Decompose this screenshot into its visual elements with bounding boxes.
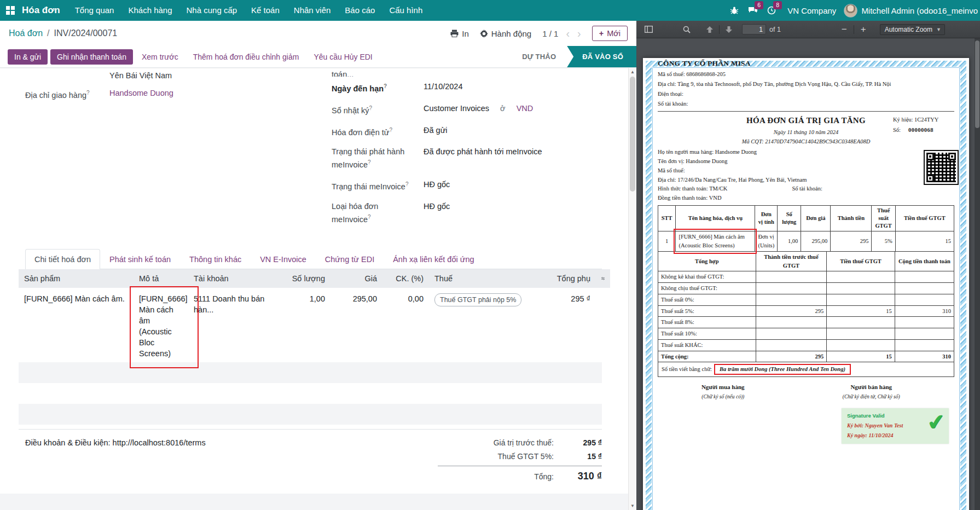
menu-accounting[interactable]: Kế toán — [244, 0, 287, 21]
scrollbar-thumb[interactable] — [630, 77, 635, 192]
tab-counterpart-mapping[interactable]: Ánh xạ liên kết đối ứng — [384, 249, 483, 269]
scroll-up-icon[interactable]: ▲ — [629, 68, 636, 76]
activities-badge: 8 — [773, 1, 782, 9]
line-subtotal: 295 ₫ — [530, 288, 596, 362]
col-product[interactable]: Sản phẩm — [19, 269, 134, 288]
invoice-number-label: Số: — [893, 126, 901, 135]
col-quantity[interactable]: Số lượng — [279, 269, 330, 288]
zoom-level-select[interactable]: Automatic Zoom ▼ — [880, 24, 945, 35]
clipped-field-label: toán... — [332, 70, 628, 77]
menu-vendors[interactable]: Nhà cung cấp — [179, 0, 245, 21]
previous-page-button[interactable] — [702, 22, 717, 37]
meinvoice-publish-status-value: Đã được phát hành tới meInvoice — [424, 146, 542, 170]
delivery-address-value[interactable]: Handsome Duong — [109, 89, 173, 97]
seller-signature-subtitle: (Chữ ký điện tử, Chữ ký số) — [788, 393, 954, 401]
stage-posted[interactable]: ĐÃ VÀO SỔ — [567, 46, 636, 67]
line-product: [FURN_6666] Màn cách âm. — [19, 288, 134, 362]
sidebar-toggle-button[interactable] — [641, 22, 656, 37]
minus-icon: − — [842, 25, 847, 34]
send-print-button[interactable]: In & gửi — [8, 49, 48, 65]
pager-next-icon[interactable]: › — [577, 28, 581, 39]
meinvoice-type-label: Loại hóa đơn meInvoice? — [332, 201, 424, 225]
line-quantity: 1,00 — [279, 288, 330, 362]
find-button[interactable] — [679, 22, 694, 37]
breadcrumb-invoices-link[interactable]: Hoá đơn — [9, 28, 43, 38]
debug-bug-icon[interactable] — [725, 0, 744, 21]
form-scrollbar[interactable]: ▲ ▼ — [628, 68, 636, 510]
seller-signature-title: Người bán hàng — [788, 382, 954, 392]
pdf-summary-row: Không chịu thuế GTGT: — [658, 283, 954, 294]
pager: 1 / 1 ‹ › — [542, 28, 581, 39]
col-price[interactable]: Giá — [330, 269, 382, 288]
optional-columns-icon — [601, 275, 605, 282]
seller-bank: Số tài khoản: — [658, 100, 954, 108]
menu-customers[interactable]: Khách hàng — [121, 0, 179, 21]
register-payment-button[interactable]: Ghi nhận thanh toán — [50, 49, 133, 65]
due-date-value[interactable]: 11/10/2024 — [424, 81, 463, 94]
user-menu[interactable]: Mitchell Admin (odoo16_meinvo — [861, 6, 978, 15]
scroll-down-icon[interactable]: ▼ — [629, 502, 636, 510]
pdf-summary-table: Tổng hợp Thành tiền trước thuế GTGT Tiền… — [658, 251, 954, 363]
next-page-button[interactable] — [721, 22, 737, 37]
pdf-summary-total-row: Tổng cộng:29515310 — [658, 351, 954, 362]
pdf-line-name: [FURN_6666] Màn cách âm (Acoustic Bloc S… — [676, 231, 755, 252]
partner-address-tail: Yên Bái Việt Nam — [109, 71, 301, 80]
currency-link[interactable]: VND — [517, 104, 534, 113]
tab-invoice-lines[interactable]: Chi tiết hoá đơn — [25, 249, 100, 269]
pdf-line-taxrate: 5% — [872, 231, 895, 252]
pdf-line-items-table: STT Tên hàng hóa, dịch vụ Đơn vị tính Số… — [658, 205, 954, 252]
meinvoice-type-value: HĐ gốc — [424, 201, 450, 225]
col-taxes[interactable]: Thuế — [429, 269, 530, 288]
col-discount[interactable]: CK. (%) — [382, 269, 429, 288]
form-pane: Hoá đơn / INV/2024/00071 In Hành động 1 … — [0, 21, 636, 510]
delivery-address-label: Địa chỉ giao hàng? — [25, 88, 109, 101]
pdf-sum-col-total: Cộng tiền thanh toán — [895, 251, 954, 271]
company-switcher[interactable]: VN Company — [787, 6, 836, 15]
zoom-in-button[interactable]: + — [856, 22, 871, 37]
col-description[interactable]: Mô tả — [134, 269, 188, 288]
cancel-edi-button[interactable]: Yêu cầu Hủy EDI — [308, 49, 378, 65]
buyer-address: Địa chỉ: 17/246/Da Nang/Cau Tre, Hai Pho… — [658, 176, 908, 184]
menu-overview[interactable]: Tổng quan — [68, 0, 121, 21]
tab-vn-einvoice[interactable]: VN E-Invoice — [251, 249, 316, 269]
digital-signature-box: Signature Valid Ký bởi: Nguyen Van Test … — [842, 408, 949, 444]
messages-button[interactable]: 6 — [744, 0, 762, 21]
pdf-toolbar: of 1 − + Automatic Zoom ▼ — [636, 21, 980, 38]
chevron-down-icon: ▼ — [936, 25, 941, 34]
tab-edi-documents[interactable]: Chứng từ EDI — [316, 249, 384, 269]
menu-employees[interactable]: Nhân viên — [287, 0, 338, 21]
invoice-line-row[interactable]: [FURN_6666] Màn cách âm. [FURN_6666] Màn… — [19, 288, 610, 362]
totals-block: Giá trị trước thuế: 295 ₫ Thuế GTGT 5%: … — [438, 438, 602, 487]
page-count-label: of 1 — [769, 26, 781, 33]
menu-reporting[interactable]: Báo cáo — [338, 0, 382, 21]
print-button[interactable]: In — [450, 29, 469, 38]
pdf-line-price: 295,00 — [801, 231, 831, 252]
tab-other-info[interactable]: Thông tin khác — [180, 249, 251, 269]
credit-note-button[interactable]: Thêm hoá đơn điều chỉnh giảm — [187, 49, 305, 65]
col-subtotal[interactable]: Tổng phụ — [530, 269, 596, 288]
terms-and-conditions[interactable]: Điều khoản & Điều kiện: http://localhost… — [19, 438, 206, 487]
pager-previous-icon[interactable]: ‹ — [566, 28, 570, 39]
top-navbar: Hóa đơn Tổng quan Khách hàng Nhà cung cấ… — [0, 0, 980, 21]
edi-label: Hóa đơn điện tử? — [332, 125, 424, 138]
buyer-unit: Tên đơn vị: Handsome Duong — [658, 157, 908, 166]
pdf-scrollbar-thumb[interactable] — [975, 40, 979, 128]
activities-button[interactable]: 8 — [762, 0, 781, 21]
action-menu-button[interactable]: Hành động — [480, 29, 531, 38]
pdf-scrollbar[interactable] — [975, 38, 980, 510]
user-avatar[interactable] — [844, 4, 857, 18]
apps-menu-icon[interactable] — [0, 0, 21, 21]
app-name[interactable]: Hóa đơn — [22, 5, 60, 16]
col-account[interactable]: Tài khoản — [188, 269, 279, 288]
col-options[interactable] — [596, 269, 610, 288]
gear-icon — [480, 30, 488, 38]
tab-journal-items[interactable]: Phát sinh kế toán — [100, 249, 180, 269]
stage-draft[interactable]: DỰ THẢO — [511, 46, 567, 67]
preview-button[interactable]: Xem trước — [136, 49, 184, 65]
journal-name[interactable]: Customer Invoices — [424, 104, 489, 113]
empty-row-stripe — [19, 404, 602, 425]
page-number-input[interactable] — [742, 24, 766, 34]
new-record-button[interactable]: + Mới — [592, 26, 628, 41]
zoom-out-button[interactable]: − — [837, 22, 852, 37]
menu-configuration[interactable]: Cấu hình — [382, 0, 430, 21]
